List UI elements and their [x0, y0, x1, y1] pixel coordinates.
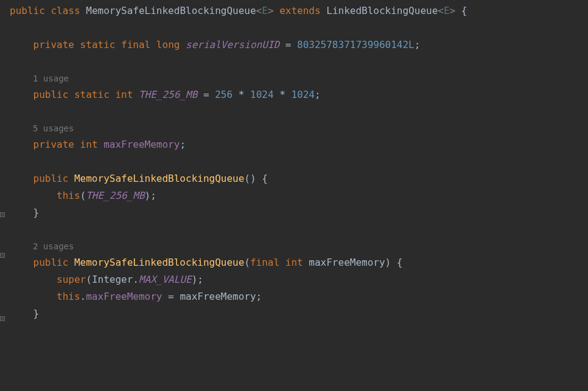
code-line: }: [10, 204, 588, 221]
keyword-private: private: [33, 39, 74, 50]
keyword-int: int: [115, 89, 133, 100]
field-serialVersionUID: serialVersionUID: [186, 39, 279, 50]
code-editor[interactable]: public class MemorySafeLinkedBlockingQue…: [5, 0, 588, 322]
keyword-final: final: [250, 257, 279, 268]
blank-line: [10, 221, 588, 238]
blank-line: [10, 153, 588, 170]
constructor-name: MemorySafeLinkedBlockingQueue: [74, 257, 244, 268]
keyword-super: super: [57, 274, 86, 285]
operator-multiply: *: [274, 89, 292, 100]
angle-bracket: >: [268, 5, 274, 16]
angle-bracket: <: [256, 5, 262, 16]
semicolon: ;: [415, 39, 421, 50]
angle-bracket: <: [438, 5, 444, 16]
paren-close: ): [145, 190, 151, 201]
semicolon: ;: [150, 190, 156, 201]
paren-open: (: [80, 190, 86, 201]
usage-hint[interactable]: 5 usages: [10, 120, 588, 136]
brace: {: [455, 5, 467, 16]
keyword-class: class: [51, 5, 80, 16]
usage-hint[interactable]: 1 usage: [10, 71, 588, 86]
semicolon: ;: [180, 139, 186, 150]
class-name: MemorySafeLinkedBlockingQueue: [86, 5, 256, 16]
keyword-static: static: [80, 39, 116, 50]
keyword-public: public: [33, 89, 69, 100]
blank-line: [10, 54, 588, 71]
arg-THE_256_MB: THE_256_MB: [86, 190, 144, 201]
const-MAX_VALUE: MAX_VALUE: [139, 274, 192, 285]
keyword-this: this: [57, 190, 80, 201]
usage-hint[interactable]: 2 usages: [10, 238, 588, 254]
field-maxFreeMemory: maxFreeMemory: [103, 139, 180, 150]
keyword-extends: extends: [279, 5, 320, 16]
keyword-int: int: [80, 139, 98, 150]
code-line: private int maxFreeMemory;: [10, 136, 588, 153]
parent-class: LinkedBlockingQueue: [326, 5, 438, 16]
brace: {: [391, 257, 402, 268]
code-line: }: [10, 305, 588, 322]
field-THE_256_MB: THE_256_MB: [139, 89, 197, 100]
number-literal: 256: [215, 89, 233, 100]
keyword-this: this: [57, 291, 80, 302]
code-line: public class MemorySafeLinkedBlockingQue…: [10, 2, 588, 19]
paren-close: ): [192, 274, 198, 285]
dot: .: [80, 291, 86, 302]
number-literal: 1024: [250, 89, 274, 100]
keyword-public: public: [33, 173, 69, 184]
angle-bracket: >: [450, 5, 456, 16]
keyword-int: int: [285, 257, 303, 268]
editor-gutter: - -: [0, 0, 9, 391]
keyword-private: private: [33, 139, 74, 150]
code-line: this(THE_256_MB);: [10, 187, 588, 204]
keyword-public: public: [33, 257, 69, 268]
code-line: public static int THE_256_MB = 256 * 102…: [10, 86, 588, 103]
semicolon: ;: [315, 89, 321, 100]
operator-assign: =: [162, 291, 180, 302]
param-maxFreeMemory: maxFreeMemory: [309, 257, 385, 268]
paren-close: ): [385, 257, 391, 268]
blank-line: [10, 19, 588, 36]
operator-assign: =: [279, 39, 297, 50]
brace-close: }: [33, 207, 40, 218]
blank-line: [10, 103, 588, 120]
dot: .: [133, 274, 139, 285]
fold-marker-icon[interactable]: [0, 253, 5, 258]
code-line: this.maxFreeMemory = maxFreeMemory;: [10, 288, 588, 305]
brace: {: [256, 173, 268, 184]
code-line: public MemorySafeLinkedBlockingQueue(fin…: [10, 254, 588, 271]
field-maxFreeMemory: maxFreeMemory: [86, 291, 162, 302]
keyword-public: public: [10, 5, 45, 16]
number-literal: 1024: [291, 89, 315, 100]
generic-type: E: [444, 5, 450, 16]
generic-type: E: [262, 5, 268, 16]
constructor-name: MemorySafeLinkedBlockingQueue: [74, 173, 244, 184]
parentheses: (): [244, 173, 256, 184]
code-line: super(Integer.MAX_VALUE);: [10, 271, 588, 288]
param-maxFreeMemory: maxFreeMemory: [180, 291, 256, 302]
paren-open: (: [244, 257, 250, 268]
paren-open: (: [86, 274, 92, 285]
number-literal: 8032578371739960142L: [297, 39, 415, 50]
semicolon: ;: [197, 274, 203, 285]
fold-marker-icon[interactable]: -: [0, 212, 5, 217]
operator-multiply: *: [233, 89, 250, 100]
code-line: public MemorySafeLinkedBlockingQueue() {: [10, 170, 588, 187]
brace-close: }: [33, 308, 40, 319]
class-Integer: Integer: [92, 274, 133, 285]
operator-assign: =: [197, 89, 215, 100]
code-line: private static final long serialVersionU…: [10, 36, 588, 54]
keyword-long: long: [156, 39, 180, 50]
keyword-static: static: [74, 89, 110, 100]
fold-marker-icon[interactable]: -: [0, 316, 5, 321]
semicolon: ;: [256, 291, 262, 302]
keyword-final: final: [121, 39, 150, 50]
